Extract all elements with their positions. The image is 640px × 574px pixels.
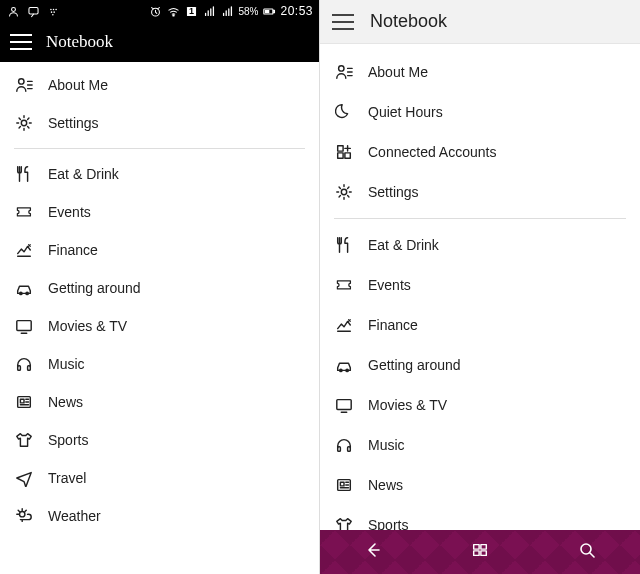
nav-home-button[interactable] xyxy=(427,530,534,574)
tv-icon xyxy=(14,316,34,336)
row-label: Settings xyxy=(48,115,99,131)
search-icon xyxy=(577,540,597,564)
app-header-left: Notebook xyxy=(0,22,319,62)
row-label: Music xyxy=(48,356,85,372)
row-about-me[interactable]: About Me xyxy=(0,66,319,104)
page-title: Notebook xyxy=(370,11,447,32)
row-about-me[interactable]: About Me xyxy=(320,52,640,92)
row-settings[interactable]: Settings xyxy=(0,104,319,142)
row-label: Events xyxy=(48,204,91,220)
sim-status-icon: 1 xyxy=(184,4,198,18)
row-label: About Me xyxy=(48,77,108,93)
row-eat-drink[interactable]: Eat & Drink xyxy=(0,155,319,193)
row-sports[interactable]: Sports xyxy=(0,421,319,459)
row-finance[interactable]: Finance xyxy=(0,231,319,269)
signal2-status-icon xyxy=(220,4,234,18)
signal-status-icon xyxy=(202,4,216,18)
jersey-icon xyxy=(14,430,34,450)
person-list-icon xyxy=(14,75,34,95)
car-icon xyxy=(334,355,354,375)
chat-status-icon xyxy=(26,4,40,18)
ticket-icon xyxy=(14,202,34,222)
nav-search-button[interactable] xyxy=(533,530,640,574)
row-label: Connected Accounts xyxy=(368,144,496,160)
row-label: About Me xyxy=(368,64,428,80)
row-label: Getting around xyxy=(368,357,461,373)
row-movies-tv[interactable]: Movies & TV xyxy=(0,307,319,345)
alarm-status-icon xyxy=(148,4,162,18)
row-getting-around[interactable]: Getting around xyxy=(0,269,319,307)
car-icon xyxy=(14,278,34,298)
row-label: Getting around xyxy=(48,280,141,296)
tv-icon xyxy=(334,395,354,415)
row-label: Settings xyxy=(368,184,419,200)
row-label: News xyxy=(48,394,83,410)
newspaper-icon xyxy=(334,475,354,495)
page-title: Notebook xyxy=(46,32,113,52)
chart-icon xyxy=(334,315,354,335)
right-screenshot: Notebook About Me Quiet Hours Connected … xyxy=(320,0,640,574)
row-travel[interactable]: Travel xyxy=(0,459,319,497)
plane-icon xyxy=(14,468,34,488)
headphones-icon xyxy=(334,435,354,455)
row-news[interactable]: News xyxy=(0,383,319,421)
row-eat-drink[interactable]: Eat & Drink xyxy=(320,225,640,265)
row-music[interactable]: Music xyxy=(320,425,640,465)
chart-icon xyxy=(14,240,34,260)
menu-button[interactable] xyxy=(10,34,32,50)
row-music[interactable]: Music xyxy=(0,345,319,383)
row-finance[interactable]: Finance xyxy=(320,305,640,345)
row-label: Eat & Drink xyxy=(368,237,439,253)
headphones-icon xyxy=(14,354,34,374)
row-events[interactable]: Events xyxy=(0,193,319,231)
row-quiet-hours[interactable]: Quiet Hours xyxy=(320,92,640,132)
section-divider xyxy=(334,218,626,219)
left-screenshot: 1 58% 20:53 Notebook About Me Settin xyxy=(0,0,320,574)
row-settings[interactable]: Settings xyxy=(320,172,640,212)
wifi-status-icon xyxy=(166,4,180,18)
cutlery-icon xyxy=(14,164,34,184)
row-label: Movies & TV xyxy=(368,397,447,413)
contact-status-icon xyxy=(6,4,20,18)
grid-plus-icon xyxy=(334,142,354,162)
bbm-status-icon xyxy=(46,4,60,18)
nav-back-button[interactable] xyxy=(320,530,427,574)
row-label: Finance xyxy=(48,242,98,258)
row-label: Weather xyxy=(48,508,101,524)
row-label: Travel xyxy=(48,470,86,486)
windows-nav-bar xyxy=(320,530,640,574)
weather-icon xyxy=(14,506,34,526)
row-label: Movies & TV xyxy=(48,318,127,334)
row-label: Eat & Drink xyxy=(48,166,119,182)
row-connected-accounts[interactable]: Connected Accounts xyxy=(320,132,640,172)
sim-number: 1 xyxy=(184,4,198,18)
row-label: Quiet Hours xyxy=(368,104,443,120)
app-header-right: Notebook xyxy=(320,0,640,44)
back-icon xyxy=(363,540,383,564)
ticket-icon xyxy=(334,275,354,295)
row-label: News xyxy=(368,477,403,493)
row-label: Events xyxy=(368,277,411,293)
row-movies-tv[interactable]: Movies & TV xyxy=(320,385,640,425)
moon-icon xyxy=(334,102,354,122)
notebook-list-right: About Me Quiet Hours Connected Accounts … xyxy=(320,44,640,574)
row-weather[interactable]: Weather xyxy=(0,497,319,535)
newspaper-icon xyxy=(14,392,34,412)
gear-icon xyxy=(14,113,34,133)
menu-button[interactable] xyxy=(332,14,354,30)
row-label: Finance xyxy=(368,317,418,333)
android-status-bar: 1 58% 20:53 xyxy=(0,0,319,22)
battery-percent: 58% xyxy=(238,6,258,17)
person-list-icon xyxy=(334,62,354,82)
gear-icon xyxy=(334,182,354,202)
section-divider xyxy=(14,148,305,149)
row-events[interactable]: Events xyxy=(320,265,640,305)
cutlery-icon xyxy=(334,235,354,255)
clock-text: 20:53 xyxy=(280,4,313,18)
row-getting-around[interactable]: Getting around xyxy=(320,345,640,385)
row-label: Music xyxy=(368,437,405,453)
windows-icon xyxy=(471,541,489,563)
row-label: Sports xyxy=(48,432,88,448)
row-news[interactable]: News xyxy=(320,465,640,505)
battery-status-icon xyxy=(262,4,276,18)
